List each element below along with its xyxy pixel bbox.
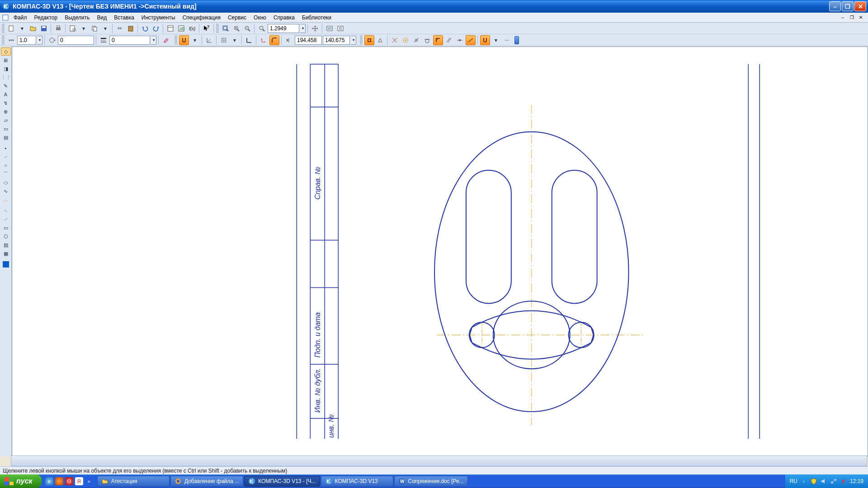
angle-dropdown[interactable]: ▾ [151,36,156,45]
mdi-minimize[interactable]: – [839,14,846,21]
snap-perp-button[interactable] [433,35,443,45]
panel-tab[interactable] [514,36,519,44]
lt-10[interactable]: ▭ [1,125,11,133]
grip-icon[interactable] [175,36,177,45]
refresh-button[interactable] [335,23,345,33]
lt-arc[interactable]: ⌒ [1,170,11,178]
preview-button[interactable] [68,23,78,33]
task-button[interactable]: WСопряжение.doc [Ре... [394,476,468,487]
help-cursor-button[interactable]: ? [202,23,212,33]
maximize-button[interactable]: ❐ [842,1,854,11]
grip-icon[interactable] [2,24,5,33]
property-panel[interactable] [11,455,867,466]
snap-dd[interactable]: ▾ [190,35,200,45]
snap-node-button[interactable] [455,35,465,45]
snap-group-dd[interactable]: ▾ [491,35,501,45]
snap-tan-button[interactable] [422,35,432,45]
lt-geometry[interactable]: ◇ [1,47,11,56]
mdi-close[interactable]: ✕ [857,14,864,21]
lt-aux1[interactable]: ⟍ [1,206,11,215]
lt-9[interactable]: ▱ [1,116,11,124]
lt-circle[interactable]: ○ [1,161,11,169]
zoom-in-button[interactable] [231,23,241,33]
snap-intersect-button[interactable] [390,35,400,45]
grip-icon[interactable] [360,36,363,45]
menu-view[interactable]: Вид [94,14,111,22]
new-button[interactable] [6,23,16,33]
lt-point[interactable]: • [1,144,11,152]
zoom-out-button[interactable] [242,23,252,33]
snap-center-button[interactable] [401,35,410,45]
lt-spline[interactable]: ∿ [1,187,11,195]
lt-11[interactable]: ▤ [1,133,11,141]
menu-file[interactable]: Файл [10,14,31,22]
panel-tab-left[interactable] [3,261,9,267]
clock[interactable]: 12:19 [850,478,863,484]
ql-ie-icon[interactable]: e [45,477,53,485]
lang-indicator[interactable]: RU [790,478,797,484]
linestyle-button[interactable] [99,35,108,45]
tray-volume-icon[interactable] [820,478,827,485]
step-button[interactable] [6,35,16,45]
lt-5[interactable]: ✎ [1,82,11,90]
zoom-input[interactable] [268,24,299,33]
snap-more-button[interactable] [502,35,512,45]
lt-3[interactable]: ◨ [1,65,11,73]
grip-icon[interactable] [216,24,219,33]
round-button[interactable] [269,35,279,45]
pan-button[interactable] [310,23,320,33]
snap-parallel-button[interactable] [444,35,454,45]
menu-insert[interactable]: Вставка [110,14,138,22]
task-button[interactable]: КОМПАС-3D V13 - [Ч... [244,476,320,487]
zoom-fit-button[interactable] [221,23,231,33]
variables-button[interactable]: ab [176,23,186,33]
lt-aux2[interactable]: ⟋ [1,215,11,223]
lt-ellipse[interactable]: ⬭ [1,178,11,187]
cut-button[interactable]: ✂ [115,23,125,33]
snap-toggle[interactable] [179,35,189,45]
lt-8[interactable]: ⊕ [1,108,11,116]
undo-button[interactable] [140,23,150,33]
rebuild-button[interactable] [325,23,335,33]
snap-ext-button[interactable] [466,35,476,45]
zoom-scale-button[interactable] [257,23,267,33]
drawing-canvas[interactable]: Справ. № Подп. и дата Инв. № дубл. инв. … [12,47,868,456]
menu-edit[interactable]: Редактор [31,14,61,22]
lt-bezier[interactable]: ⌓ [1,196,11,204]
task-button[interactable]: КОМПАС-3D V13 [321,476,393,487]
menu-select[interactable]: Выделить [61,14,93,22]
lt-rect[interactable]: ▭ [1,224,11,232]
ql-firefox-icon[interactable] [55,477,63,485]
tray-net-icon[interactable] [830,478,837,485]
grip-icon[interactable] [2,36,5,45]
ortho-button[interactable] [244,35,254,45]
menu-spec[interactable]: Спецификация [179,14,224,22]
task-button[interactable]: Добавление файла ... [170,476,244,487]
coord-y-input[interactable] [323,36,350,45]
save-button[interactable] [39,23,49,33]
snap-mid-button[interactable] [375,35,385,45]
lt-fill[interactable]: ▦ [1,249,11,258]
tray-expand-icon[interactable]: ‹ [800,478,807,485]
angle-input[interactable] [109,36,150,45]
fx-button[interactable]: f(x) [187,23,197,33]
start-button[interactable]: пуск [0,474,42,488]
mdi-restore[interactable]: ❐ [848,14,855,21]
lt-poly[interactable]: ⬡ [1,232,11,240]
ql-opera-icon[interactable]: O [65,477,73,485]
coord-dd[interactable]: ▾ [351,36,356,45]
grid-button[interactable] [219,35,229,45]
zoom-dropdown[interactable]: ▾ [300,24,306,33]
menu-libraries[interactable]: Библиотеки [298,14,335,22]
step-dropdown[interactable]: ▾ [37,36,42,45]
lt-4[interactable]: ⋮⋮ [1,73,11,81]
preview-dd[interactable]: ▾ [79,23,89,33]
coord-x-input[interactable] [295,36,322,45]
snap-group-button[interactable] [480,35,490,45]
minimize-button[interactable]: – [829,1,841,11]
snap-near-button[interactable] [411,35,421,45]
lt-hatch[interactable]: ▨ [1,241,11,249]
menu-service[interactable]: Сервис [224,14,250,22]
lt-line[interactable]: ⟋ [1,153,11,161]
ql-more-icon[interactable]: » [85,477,93,485]
